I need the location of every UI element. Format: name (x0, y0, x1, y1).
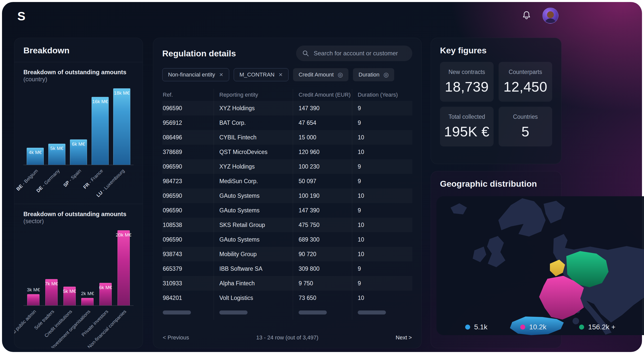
table-body: 096590XYZ Holdings147 3909956912BAT Corp… (162, 101, 412, 320)
table-cell: 096590 (162, 163, 214, 170)
map-legend: 5.1k10.2k156.2k + (436, 323, 644, 331)
next-page-button[interactable]: Next > (396, 334, 412, 341)
table-row[interactable]: 938743Mobility Group90 72010 (162, 247, 412, 261)
axis-tick-label: BE - Belgium (15, 168, 39, 192)
bar-column: 5k M€ (46, 88, 68, 165)
country-bar-chart: 4k M€5k M€6k M€16k M€18k M€ BE - Belgium… (23, 88, 134, 200)
col-credit: Credit Amount (EUR) (293, 89, 352, 101)
bar-value-label: 6k M€ (65, 141, 92, 147)
table-cell: 096590 (162, 207, 214, 214)
table-cell: 73 650 (293, 291, 352, 305)
pagination: < Previous 13 - 24 row (out of 3,497) Ne… (162, 329, 412, 341)
table-row[interactable]: 096590GAuto Systems689 30010 (162, 232, 412, 247)
table-row[interactable]: 984201Volt Logistics73 65010 (162, 291, 412, 305)
bar-column: 3k M€ (24, 230, 43, 305)
tick-column: LU - Luxembourg (111, 165, 133, 200)
table-cell: 10 (352, 232, 412, 247)
tick-column: Non-financial companies (114, 306, 133, 348)
bar-chart-plot: 4k M€5k M€6k M€16k M€18k M€ (23, 88, 134, 165)
table-cell: 984201 (162, 295, 214, 301)
key-figures-title: Key figures (440, 46, 552, 55)
bell-icon (520, 10, 533, 22)
key-figures-card: Key figures New contracts 18,739 Counter… (431, 38, 561, 164)
search-icon (302, 50, 309, 57)
table-cell: MediSun Corp. (214, 174, 293, 188)
table-row[interactable]: 378689QST MicroDevices120 96010 (162, 145, 412, 159)
bar-column: 4k M€ (24, 88, 46, 165)
target-icon[interactable]: ◎ (384, 71, 389, 78)
bar: 2k M€ (81, 298, 94, 305)
table-cell: 10 (352, 130, 412, 145)
table-cell: 310933 (162, 280, 214, 287)
table-row[interactable]: 310933Alpha Fintech9 7509 (162, 276, 412, 291)
table-cell: 10 (352, 145, 412, 159)
table-row[interactable]: 096590XYZ Holdings100 2309 (162, 159, 412, 174)
breakdown-header: Breakdown (14, 38, 143, 62)
table-cell: IBB Software SA (214, 261, 293, 276)
table-cell: 689 300 (293, 232, 352, 247)
filter-chip-contran[interactable]: M_CONTRAN ✕ (234, 68, 289, 81)
skeleton-row (162, 305, 412, 320)
bar-column: 16k M€ (89, 88, 111, 165)
x-axis-labels: Local public adminSole tradersCredit ins… (23, 306, 134, 348)
table-cell: 147 390 (293, 203, 352, 218)
brand-logo[interactable]: S (13, 8, 29, 24)
table-row[interactable]: 984723MediSun Corp.50 0979 (162, 174, 412, 188)
filter-chip-credit-amount[interactable]: Credit Amount ◎ (293, 68, 348, 81)
table-cell: 47 654 (293, 115, 352, 130)
filter-chips: Non-financial entity ✕ M_CONTRAN ✕ Credi… (162, 68, 412, 81)
stat-counterparts: Counterparts 12,450 (499, 62, 552, 102)
table-cell: Mobility Group (214, 247, 293, 261)
table-cell: QST MicroDevices (214, 145, 293, 159)
table-row[interactable]: 096590GAuto Systems100 19010 (162, 188, 412, 203)
table-row[interactable]: 108538SKS Retail Group475 75010 (162, 218, 412, 232)
table-cell: 086496 (162, 134, 214, 141)
search-input[interactable] (313, 50, 406, 57)
table-cell: Alpha Fintech (214, 276, 293, 291)
table-cell: 10 (352, 247, 412, 261)
chart-country-title: Breakdown of outstanding amounts (countr… (23, 69, 134, 83)
table-header: Ref. Reporting entity Credit Amount (EUR… (162, 89, 412, 101)
filter-chip-entity[interactable]: Non-financial entity ✕ (162, 68, 229, 81)
bar-value-label: 18k M€ (108, 90, 135, 96)
table-cell: Volt Logistics (214, 291, 293, 305)
table-cell: 9 (352, 174, 412, 188)
table-cell: 9 (352, 101, 412, 115)
col-duration: Duration (Years) (352, 89, 412, 101)
skeleton-pill (163, 310, 191, 314)
table-row[interactable]: 665379IBB Software SA309 8009 (162, 261, 412, 276)
table-row[interactable]: 086496CYBIL Fintech15 00010 (162, 130, 412, 145)
screenshot-stage: S Breakdown Breakdown of outstanding amo… (0, 0, 644, 354)
filter-chip-duration[interactable]: Duration ◎ (353, 68, 394, 81)
regulation-title: Regulation details (162, 49, 236, 58)
legend-item: 10.2k (520, 323, 547, 331)
table-cell: XYZ Holdings (214, 101, 293, 115)
ireland-shape (473, 247, 486, 262)
previous-page-button[interactable]: < Previous (163, 334, 189, 341)
search-box[interactable] (296, 46, 412, 61)
legend-item: 5.1k (465, 323, 488, 331)
table-cell: 50 097 (293, 174, 352, 188)
table-cell: XYZ Holdings (214, 159, 293, 174)
table-row[interactable]: 096590XYZ Holdings147 3909 (162, 101, 412, 115)
bar-column: 18k M€ (111, 88, 133, 165)
close-icon[interactable]: ✕ (219, 72, 223, 78)
user-avatar[interactable] (542, 8, 558, 24)
table-cell: 9 (352, 203, 412, 218)
table-cell: GAuto Systems (214, 232, 293, 247)
bar-value-label: 16k M€ (87, 99, 113, 104)
bar: 18k M€ (113, 88, 130, 165)
table-row[interactable]: 096590GAuto Systems147 3909 (162, 203, 412, 218)
bar: 5k M€ (63, 287, 76, 305)
regulation-card: Regulation details Non-financial entity … (153, 38, 422, 348)
table-cell: GAuto Systems (214, 203, 293, 218)
notifications-button[interactable] (520, 10, 533, 22)
skeleton-cell (352, 305, 412, 320)
bar-value-label: 20k M€ (113, 232, 135, 238)
target-icon[interactable]: ◎ (338, 71, 343, 78)
table-row[interactable]: 956912BAT Corp.47 6549 (162, 115, 412, 130)
bar-column: 6k M€ (97, 230, 115, 305)
col-entity: Reporting entity (214, 89, 293, 101)
close-icon[interactable]: ✕ (278, 72, 283, 78)
iceland-shape (451, 203, 467, 214)
